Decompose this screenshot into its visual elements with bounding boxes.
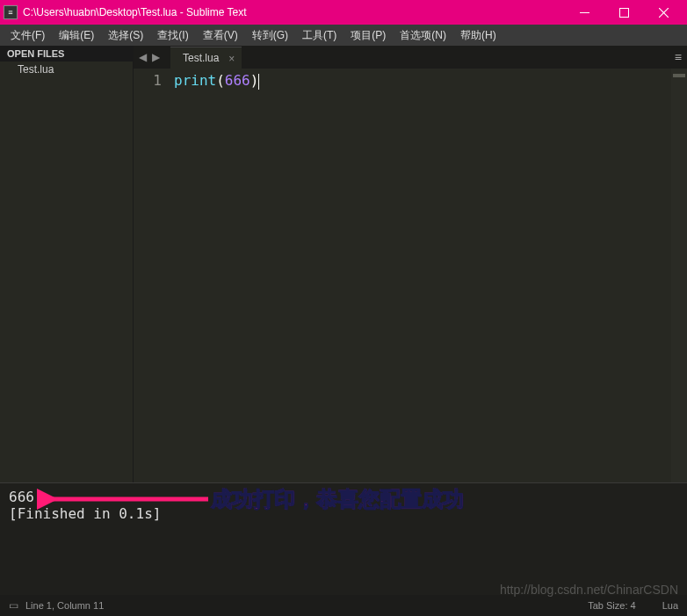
tab-active[interactable]: Test.lua × <box>170 47 242 69</box>
open-files-header: OPEN FILES <box>0 46 133 62</box>
window-controls <box>565 0 683 25</box>
console-finished: [Finished in 0.1s] <box>9 505 678 522</box>
menu-find[interactable]: 查找(I) <box>150 25 195 46</box>
svg-rect-0 <box>580 12 589 13</box>
build-output-panel[interactable]: 666 [Finished in 0.1s] <box>0 482 687 595</box>
svg-rect-1 <box>620 8 629 17</box>
close-button[interactable] <box>644 0 683 25</box>
menu-help[interactable]: 帮助(H) <box>453 25 503 46</box>
code-fn: print <box>174 72 216 89</box>
panel-menu-icon[interactable]: ≡ <box>675 50 682 64</box>
tab-next-icon[interactable]: ▶ <box>150 51 162 63</box>
editor-area: ◀ ▶ Test.lua × ≡ 1 print(666) <box>134 46 687 482</box>
console-output: 666 <box>9 489 678 505</box>
sidebar-file-entry[interactable]: Test.lua <box>0 62 133 77</box>
syntax-lang[interactable]: Lua <box>662 600 678 611</box>
menu-preferences[interactable]: 首选项(N) <box>393 25 453 46</box>
menu-file[interactable]: 文件(F) <box>4 25 52 46</box>
code-number: 666 <box>225 72 250 89</box>
line-number: 1 <box>134 72 162 89</box>
menu-project[interactable]: 项目(P) <box>344 25 393 46</box>
menu-select[interactable]: 选择(S) <box>101 25 150 46</box>
menu-edit[interactable]: 编辑(E) <box>52 25 101 46</box>
menu-goto[interactable]: 转到(G) <box>245 25 295 46</box>
main-area: OPEN FILES Test.lua ◀ ▶ Test.lua × ≡ 1 p… <box>0 46 687 482</box>
cursor-position[interactable]: Line 1, Column 11 <box>25 600 104 611</box>
app-icon: ≡ <box>4 5 18 19</box>
code-area[interactable]: 1 print(666) <box>134 69 687 482</box>
tab-nav-arrows: ◀ ▶ <box>134 51 165 63</box>
minimap[interactable] <box>671 69 687 482</box>
minimize-button[interactable] <box>565 0 604 25</box>
tab-row: ◀ ▶ Test.lua × ≡ <box>134 46 687 69</box>
menu-tools[interactable]: 工具(T) <box>295 25 344 46</box>
tab-prev-icon[interactable]: ◀ <box>137 51 148 63</box>
panel-switcher-icon[interactable]: ▭ <box>9 599 18 612</box>
maximize-button[interactable] <box>604 0 644 25</box>
line-gutter: 1 <box>134 69 170 482</box>
statusbar: ▭ Line 1, Column 11 Tab Size: 4 Lua <box>0 595 687 616</box>
code-paren-open: ( <box>216 72 225 89</box>
code-paren-close: ) <box>250 72 259 89</box>
code-line: print(666) <box>174 72 671 90</box>
menu-view[interactable]: 查看(V) <box>196 25 245 46</box>
window-title: C:\Users\huabn\Desktop\Test.lua - Sublim… <box>23 6 565 18</box>
code-content[interactable]: print(666) <box>170 69 671 482</box>
text-cursor <box>258 74 259 90</box>
minimap-mark <box>673 74 685 77</box>
menubar: 文件(F) 编辑(E) 选择(S) 查找(I) 查看(V) 转到(G) 工具(T… <box>0 25 687 46</box>
tab-label: Test.lua <box>183 52 219 64</box>
tab-size[interactable]: Tab Size: 4 <box>588 600 635 611</box>
sidebar: OPEN FILES Test.lua <box>0 46 134 482</box>
tab-close-icon[interactable]: × <box>228 53 235 65</box>
window-titlebar: ≡ C:\Users\huabn\Desktop\Test.lua - Subl… <box>0 0 687 25</box>
